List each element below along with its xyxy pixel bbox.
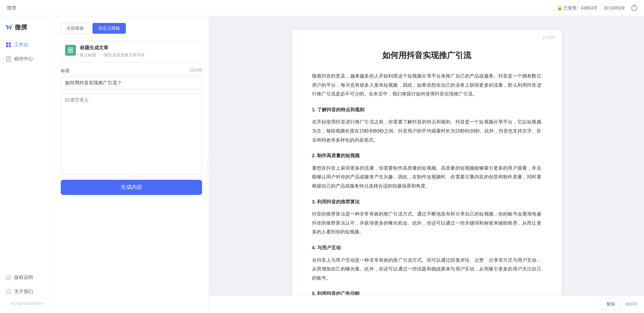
doc-intro: 随着抖音的普及，越来越多的人开始利用这个短视频分享平台来推广自己的产品或服务。抖… [312,72,541,98]
svg-rect-0 [6,42,8,45]
template-card-title-article[interactable]: 标题生成文章 输入标题，一键生成高质量文章内容 [61,40,202,62]
sidebar-item-copyright[interactable]: © 版权说明 [0,271,54,284]
doc-section-1-title: 1. 了解抖音的特点和规则 [312,105,541,114]
template-card-icon [65,45,76,56]
page-number: 11/100 [542,35,555,40]
template-card-info: 标题生成文章 输入标题，一键生成高质量文章内容 [80,45,198,58]
doc-section-5-title: 5. 利用抖音的广告功能 [312,289,541,295]
logo: W 微撰 [0,23,54,38]
title-input[interactable] [61,77,202,89]
document-bottom-bar: 复制 693字 [209,295,644,313]
doc-section-2-title: 2. 制作高质量的短视频 [312,151,541,160]
sidebar-item-about[interactable]: i 关于我们 [0,285,54,298]
usage-display: 🔒 已使用：43953字 [557,5,597,11]
word-count: 693字 [625,301,637,307]
sidebar-item-workbench[interactable]: 工作台 [0,38,54,51]
tab-all-templates[interactable]: 全部模板 [61,23,90,34]
sidebar-item-drafts[interactable]: 稿件中心 [0,53,54,65]
copyright-label: 版权说明 [14,275,33,281]
usage-text: 已使用：43953字 [563,5,597,11]
topbar: 微撰 🔒 已使用：43953字 ID:100519 [0,0,644,16]
document-body: 随着抖音的普及，越来越多的人开始利用这个短视频分享平台来推广自己的产品或服务。抖… [312,72,541,295]
left-panel: 全部模板 自定义模板 标题生成文章 输入标题，一键生成高质量文章内容 [54,16,209,313]
sidebar-nav: 工作台 稿件中心 [0,38,54,65]
right-panel: 11/100 如何用抖音实现推广引流 随着抖音的普及，越来越多的人开始利用这个短… [209,16,644,313]
doc-section-3-body: 抖音的推荐算法是一种非常有效的推广引流方式。通过不断地发布和分享自己的短视频，你… [312,209,541,236]
topbar-right: 🔒 已使用：43953字 ID:100519 [557,5,637,11]
title-field-group: 标题 12/100 [61,68,202,89]
svg-text:©: © [8,276,10,280]
svg-rect-3 [9,45,11,47]
template-card-desc-text: 输入标题，一键生成高质量文章内容 [80,52,198,58]
collapse-handle[interactable] [207,158,209,171]
title-field-label: 标题 12/100 [61,68,202,74]
document-title: 如何用抖音实现推广引流 [312,50,541,61]
generate-btn-wrapper: 生成内容 [61,174,202,195]
power-button[interactable] [631,5,637,11]
usage-icon: 🔒 [557,5,562,10]
drafts-icon [5,56,11,62]
workbench-label: 工作台 [14,42,28,48]
template-tabs: 全部模板 自定义模板 [61,23,202,34]
about-label: 关于我们 [14,289,33,295]
generate-button[interactable]: 生成内容 [61,180,202,195]
copyright-icon: © [5,275,11,281]
content-textarea[interactable] [61,93,202,174]
main-content: 全部模板 自定义模板 标题生成文章 输入标题，一键生成高质量文章内容 [54,16,644,313]
doc-section-4-body: 在抖音上与用户互动是一种非常有效的推广引流方式。你可以通过回复评论、点赞、分享等… [312,256,541,283]
template-card-title-text: 标题生成文章 [80,45,198,51]
tab-custom-templates[interactable]: 自定义模板 [92,23,126,34]
logo-w: W [5,23,13,32]
copy-button[interactable]: 复制 [600,299,621,310]
main-layout: W 微撰 工作台 [0,16,644,313]
title-counter: 12/100 [190,68,202,74]
svg-rect-1 [9,42,11,45]
svg-rect-2 [6,45,8,47]
about-icon: i [5,289,11,295]
icp-footer: ©ICP备2022016946号 [0,300,54,308]
topbar-title: 微撰 [7,5,16,11]
sidebar: W 微撰 工作台 [0,16,54,313]
workbench-icon [5,42,11,48]
document-page: 11/100 如何用抖音实现推广引流 随着抖音的普及，越来越多的人开始利用这个短… [292,30,562,295]
user-id: ID:100519 [604,5,624,10]
doc-section-1-body: 在开始使用抖音进行推广引流之前，你需要了解抖音的特点和规则。抖音是一个短视频分享… [312,117,541,144]
document-container: 11/100 如何用抖音实现推广引流 随着抖音的普及，越来越多的人开始利用这个短… [209,16,644,295]
doc-section-2-body: 要想在抖音上获得更多的流量，你需要制作高质量的短视频。高质量的短视频能够吸引更多… [312,164,541,191]
doc-section-4-title: 4. 与用户互动 [312,243,541,252]
drafts-label: 稿件中心 [14,56,33,62]
doc-section-3-title: 3. 利用抖音的推荐算法 [312,197,541,206]
logo-text: 微撰 [15,23,27,31]
sidebar-bottom: © 版权说明 i 关于我们 ©ICP备2022016946号 [0,271,54,310]
svg-text:i: i [8,290,9,294]
